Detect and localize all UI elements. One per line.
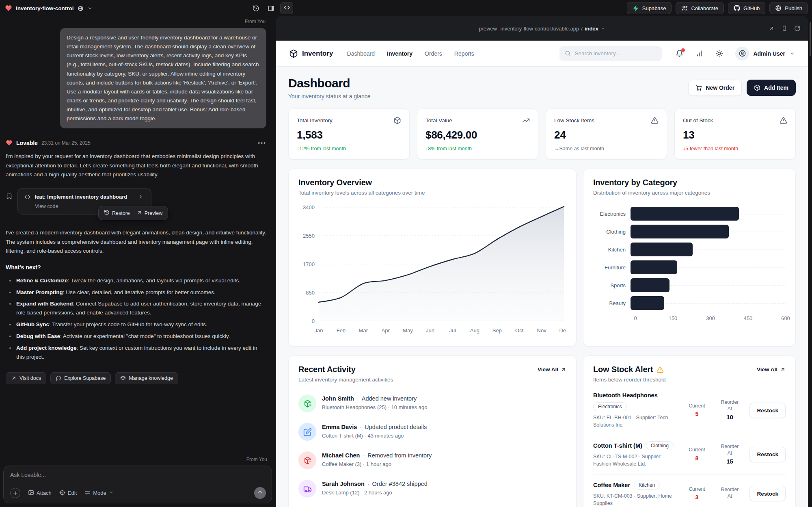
- code-view-button[interactable]: [280, 2, 293, 14]
- supabase-bolt-icon: [633, 5, 639, 11]
- kpi-label: Total Inventory: [297, 117, 333, 124]
- github-icon: [734, 5, 740, 11]
- low-stock-row: Coffee MakerKitchenSKU: KT-CM-003 · Supp…: [593, 474, 786, 507]
- sku-supplier: SKU: CL-TS-M-002 · Supplier: Fashion Who…: [593, 453, 679, 468]
- visit-docs-button[interactable]: Visit docs: [6, 372, 46, 384]
- activity-line: Emma Davis·Updated product details: [322, 424, 427, 430]
- add-attachment-button[interactable]: [10, 488, 20, 498]
- bar-category-label: Kitchen: [593, 247, 631, 253]
- project-menu[interactable]: inventory-flow-control: [5, 4, 93, 12]
- search-icon: [565, 50, 571, 56]
- nav-link-inventory[interactable]: Inventory: [387, 50, 412, 57]
- page-header: Dashboard Your inventory status at a gla…: [288, 76, 796, 100]
- whats-next-item: Add project knowledge: Set key context o…: [6, 344, 266, 362]
- history-icon[interactable]: [253, 5, 259, 12]
- view-all-link[interactable]: View All: [538, 365, 566, 373]
- preview-url: preview--inventory-flow-control.lovable.…: [479, 26, 579, 32]
- axis-tick: 450: [744, 315, 753, 321]
- commit-title: feat: Implement inventory dashboard: [35, 194, 127, 200]
- sliders-icon: [84, 490, 91, 497]
- send-button[interactable]: [254, 487, 266, 499]
- manage-knowledge-button[interactable]: Manage knowledge: [115, 372, 178, 384]
- whats-next-item: Expand with Backend: Connect Supabase to…: [6, 299, 266, 317]
- supabase-button[interactable]: Supabase: [627, 2, 672, 14]
- image-icon: [28, 490, 34, 497]
- publish-button[interactable]: Publish: [769, 2, 808, 14]
- charts-row: Inventory Overview Total inventory level…: [288, 169, 796, 347]
- page-subtitle: Your inventory status at a glance: [288, 93, 371, 100]
- preview-button[interactable]: Preview: [136, 210, 162, 217]
- chat-composer[interactable]: Ask Lovable... Attach Edit: [3, 466, 272, 503]
- section-title: Low Stock Alert: [593, 365, 653, 374]
- activity-detail: Coffee Maker (3) · 1 hour ago: [322, 461, 432, 467]
- bookmark-icon[interactable]: [6, 188, 13, 214]
- view-all-link[interactable]: View All: [757, 365, 786, 373]
- whats-next-item: GitHub Sync: Transfer your project's cod…: [6, 320, 266, 329]
- svg-text:Aug: Aug: [470, 327, 479, 334]
- restore-button[interactable]: Restore: [104, 210, 130, 217]
- theme-toggle-button[interactable]: [715, 50, 723, 57]
- kpi-delta: ↓5 fewer than last month: [683, 146, 787, 152]
- preview-route[interactable]: index: [585, 26, 598, 32]
- preview-url-bar: preview--inventory-flow-control.lovable.…: [276, 16, 808, 41]
- panel-toggle-icon[interactable]: [268, 5, 274, 12]
- assistant-header: Lovable 23:31 on Mar 25, 2025 •••: [6, 139, 266, 146]
- bar-category-label: Electronics: [593, 211, 631, 217]
- chevron-down-icon[interactable]: [600, 26, 605, 31]
- restock-button[interactable]: Restock: [749, 486, 786, 501]
- mobile-view-icon[interactable]: [781, 25, 788, 32]
- kpi-value: 13: [683, 129, 787, 141]
- account-menu[interactable]: Admin User: [735, 47, 795, 61]
- activity-item: Michael Chen·Removed from inventoryCoffe…: [298, 446, 566, 474]
- axis-tick: 150: [669, 315, 678, 321]
- edit-select-button[interactable]: Edit: [59, 490, 77, 497]
- github-button[interactable]: GitHub: [728, 2, 765, 14]
- restock-button[interactable]: Restock: [749, 403, 786, 418]
- category-badge: Kitchen: [634, 481, 660, 490]
- inventory-by-category-card: Inventory by Category Distribution of in…: [583, 169, 796, 347]
- nav-link-dashboard[interactable]: Dashboard: [347, 50, 375, 57]
- lovable-heart-icon: [6, 139, 13, 146]
- recent-activity-card: Recent Activity Latest inventory managem…: [288, 355, 577, 507]
- add-item-button[interactable]: Add Item: [747, 80, 796, 96]
- analytics-button[interactable]: [695, 50, 703, 57]
- collaborate-button[interactable]: Collaborate: [676, 2, 724, 14]
- explore-supabase-button[interactable]: Explore Supabase: [50, 372, 111, 384]
- kpi-value: $86,429.00: [425, 129, 530, 141]
- nav-link-reports[interactable]: Reports: [454, 50, 474, 57]
- chat-bubble-icon: [56, 375, 61, 381]
- message-menu-icon[interactable]: •••: [258, 140, 266, 146]
- scrollbar[interactable]: [810, 22, 811, 56]
- from-you-label: From You: [6, 19, 266, 24]
- chevron-down-icon[interactable]: [87, 6, 93, 11]
- chart-subtitle: Total inventory levels across all catego…: [298, 190, 566, 196]
- low-stock-card: Low Stock Alert Items below reorder thre…: [583, 355, 796, 507]
- activity-list: John Smith·Added new inventoryBluetooth …: [298, 389, 566, 503]
- reorder-value: 10: [715, 413, 745, 421]
- page-title: Dashboard: [288, 76, 371, 90]
- svg-text:850: 850: [306, 290, 315, 296]
- composer-input[interactable]: Ask Lovable...: [10, 472, 266, 478]
- truck-icon: [298, 480, 316, 498]
- alert-triangle-icon: [780, 117, 787, 124]
- open-in-new-tab-icon[interactable]: [768, 25, 775, 32]
- app-brand[interactable]: Inventory: [289, 49, 333, 58]
- restock-button[interactable]: Restock: [749, 447, 786, 462]
- bar: [631, 278, 669, 292]
- bar: [631, 225, 729, 238]
- product-name: Coffee Maker: [593, 482, 630, 488]
- activity-line: John Smith·Added new inventory: [322, 395, 427, 402]
- reorder-value: 15: [715, 457, 745, 466]
- mode-dropdown[interactable]: Mode: [84, 490, 114, 497]
- chat-messages[interactable]: From You Design a responsive and user-fr…: [0, 16, 276, 456]
- notifications-button[interactable]: [676, 50, 683, 57]
- low-stock-row: Bluetooth HeadphonesElectronicsSKU: EL-B…: [593, 386, 786, 435]
- new-order-button[interactable]: New Order: [688, 80, 742, 96]
- nav-link-orders[interactable]: Orders: [425, 50, 442, 57]
- trending-up-icon: [522, 117, 530, 124]
- search-input[interactable]: Search inventory...: [559, 46, 662, 61]
- attach-button[interactable]: Attach: [28, 490, 52, 497]
- notification-badge: [681, 48, 685, 52]
- refresh-icon[interactable]: [794, 25, 801, 32]
- package-plus-icon: [298, 394, 316, 412]
